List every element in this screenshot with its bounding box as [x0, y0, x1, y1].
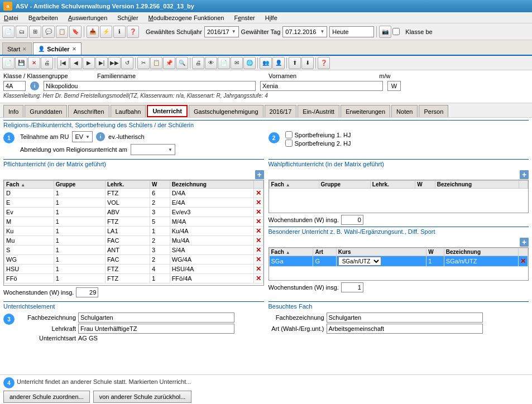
- wahlpflicht-table-container[interactable]: Fach ▲ Gruppe Lehrk. W Bezeichnung: [269, 180, 529, 213]
- klasse-checkbox[interactable]: [392, 28, 400, 35]
- nav-tab-gastschul[interactable]: Gastschulgenehmigung: [189, 105, 263, 117]
- ws-besonder-input[interactable]: [341, 282, 363, 292]
- tb-btn-10[interactable]: ❓: [127, 26, 139, 38]
- tab-schueler-close[interactable]: ✕: [72, 46, 76, 52]
- sport2-checkbox[interactable]: [285, 140, 293, 147]
- del-btn[interactable]: ✕: [256, 208, 261, 216]
- del-btn[interactable]: ✕: [256, 256, 261, 263]
- tb2-globe[interactable]: 🌐: [243, 57, 256, 69]
- bes-col-w[interactable]: W: [426, 248, 444, 256]
- ws-pflicht-input[interactable]: [76, 287, 98, 297]
- del-btn[interactable]: ✕: [256, 237, 261, 244]
- tb-btn-5[interactable]: 📋: [56, 26, 68, 38]
- del-btn[interactable]: ✕: [256, 265, 261, 273]
- menu-auswertungen[interactable]: Auswertungen: [66, 14, 109, 22]
- menu-bearbeiten[interactable]: Bearbeiten: [27, 14, 60, 22]
- bes-col-fach[interactable]: Fach ▲: [269, 248, 313, 256]
- wahlpflicht-add-btn[interactable]: +: [520, 170, 529, 179]
- nav-tab-noten[interactable]: Noten: [391, 105, 418, 117]
- btn-zurueck[interactable]: von anderer Schule zurückhol...: [93, 391, 192, 403]
- tb2-copy[interactable]: 📋: [150, 57, 162, 69]
- tab-start-close[interactable]: ✕: [22, 46, 27, 52]
- tb2-mail[interactable]: ✉: [231, 57, 243, 69]
- pflicht-col-w[interactable]: W: [150, 181, 170, 189]
- art-input[interactable]: [327, 324, 483, 334]
- pflicht-col-gruppe[interactable]: Gruppe: [54, 181, 105, 189]
- pflicht-add-btn[interactable]: +: [255, 170, 264, 179]
- menu-modulbezogene[interactable]: Modulbezogene Funktionen: [147, 14, 226, 22]
- tb-camera[interactable]: 📷: [379, 26, 391, 38]
- pflicht-table-container[interactable]: Fach ▲ Gruppe Lehrk. W Bezeichnung D 1 F…: [3, 180, 264, 286]
- tb2-eye[interactable]: 👁: [205, 57, 217, 69]
- vorname-input[interactable]: [260, 81, 383, 91]
- wahl-col-bezeichnung[interactable]: Bezeichnung: [435, 181, 519, 189]
- tb2-print2[interactable]: 🖨: [192, 57, 204, 69]
- kurs-select[interactable]: SGa/n/UTZ: [338, 257, 381, 266]
- table-row[interactable]: FFö 1 FTZ 1 FFö/4A ✕: [4, 274, 263, 283]
- btn-zuordnen[interactable]: anderer Schule zuordnen...: [3, 391, 90, 403]
- tag-dropdown[interactable]: 07.12.2016 ▼: [282, 26, 327, 37]
- nav-tab-unterricht[interactable]: Unterricht: [147, 105, 188, 117]
- tb2-last[interactable]: ▶|: [95, 57, 108, 69]
- wahl-col-gruppe[interactable]: Gruppe: [319, 181, 370, 189]
- pflicht-col-lehrk[interactable]: Lehrk.: [105, 181, 150, 189]
- tb2-first[interactable]: |◀: [57, 57, 69, 69]
- table-row[interactable]: Ku 1 LA1 1 Ku/4A ✕: [4, 227, 263, 236]
- tb-btn-1[interactable]: 📄: [2, 26, 15, 38]
- tb2-down[interactable]: ⬇: [301, 57, 314, 69]
- table-row[interactable]: S 1 ANT 3 S/4A ✕: [4, 246, 263, 255]
- wahl-col-lehrk[interactable]: Lehrk.: [370, 181, 415, 189]
- del-btn[interactable]: ✕: [256, 189, 261, 197]
- menu-datei[interactable]: Datei: [2, 14, 20, 22]
- nav-tab-einaustritt[interactable]: Ein-/Austritt: [298, 105, 339, 117]
- ru-dropdown[interactable]: EV ▼: [72, 131, 93, 142]
- del-btn[interactable]: ✕: [256, 218, 261, 225]
- table-row[interactable]: Mu 1 FAC 2 Mu/4A ✕: [4, 236, 263, 246]
- del-btn[interactable]: ✕: [256, 199, 261, 206]
- tab-start[interactable]: Start ✕: [2, 42, 32, 55]
- tb-btn-9[interactable]: ℹ: [113, 26, 126, 38]
- pflicht-col-fach[interactable]: Fach ▲: [4, 181, 54, 189]
- tb2-up[interactable]: ⬆: [289, 57, 301, 69]
- schuljahr-dropdown[interactable]: 2016/17 ▼: [204, 26, 239, 37]
- tb2-paste[interactable]: 📌: [163, 57, 175, 69]
- nav-tab-person[interactable]: Person: [419, 105, 448, 117]
- del-btn[interactable]: ✕: [256, 246, 261, 254]
- table-row[interactable]: M 1 FTZ 5 M/4A ✕: [4, 217, 263, 227]
- fachbez-input[interactable]: [78, 312, 234, 323]
- bes-col-bezeichnung[interactable]: Bezeichnung: [444, 248, 518, 256]
- nav-tab-info[interactable]: Info: [3, 105, 23, 117]
- pflicht-col-bezeichnung[interactable]: Bezeichnung: [170, 181, 253, 189]
- lehrkraft-input[interactable]: [78, 324, 234, 334]
- wahl-col-fach[interactable]: Fach ▲: [269, 181, 319, 189]
- table-row[interactable]: WG 1 FAC 2 WG/4A ✕: [4, 255, 263, 264]
- nav-tab-grunddaten[interactable]: Grunddaten: [25, 105, 67, 117]
- fachbez2-input[interactable]: [327, 312, 483, 323]
- sport1-checkbox[interactable]: [285, 131, 293, 138]
- tb-btn-6[interactable]: 🔖: [69, 26, 82, 38]
- heute-box[interactable]: Heute: [329, 26, 374, 37]
- tb2-help[interactable]: ❓: [318, 57, 330, 69]
- tb2-pdf[interactable]: 📄: [218, 57, 230, 69]
- nav-tab-laufbahn[interactable]: Laufbahn: [111, 105, 146, 117]
- abmeldung-dropdown[interactable]: ▼: [131, 144, 175, 155]
- tb2-group[interactable]: 👥: [260, 57, 272, 69]
- tb-btn-2[interactable]: 🗂: [16, 26, 28, 38]
- tb2-delete[interactable]: ✕: [28, 57, 40, 69]
- tb2-last2[interactable]: ▶▶: [108, 57, 121, 69]
- bes-col-kurs[interactable]: Kurs: [336, 248, 426, 256]
- table-row[interactable]: E 1 VOL 2 E/4A ✕: [4, 198, 263, 208]
- menu-hilfe[interactable]: Hilfe: [263, 14, 279, 22]
- bes-del-btn[interactable]: ✕: [520, 257, 526, 265]
- tb-btn-chat[interactable]: 💬: [42, 26, 55, 38]
- tb2-new[interactable]: 📄: [2, 57, 15, 69]
- tb2-print[interactable]: 🖨: [41, 57, 53, 69]
- menu-fenster[interactable]: Fenster: [232, 14, 256, 22]
- tab-schueler[interactable]: 👤 Schüler ✕: [33, 42, 81, 55]
- del-btn[interactable]: ✕: [256, 275, 261, 282]
- nav-tab-anschriften[interactable]: Anschriften: [68, 105, 109, 117]
- tb2-search[interactable]: 🔍: [176, 57, 188, 69]
- tb2-prev[interactable]: ◀: [70, 57, 82, 69]
- familienname-input[interactable]: [44, 81, 256, 91]
- klasse-info-icon[interactable]: i: [30, 81, 39, 90]
